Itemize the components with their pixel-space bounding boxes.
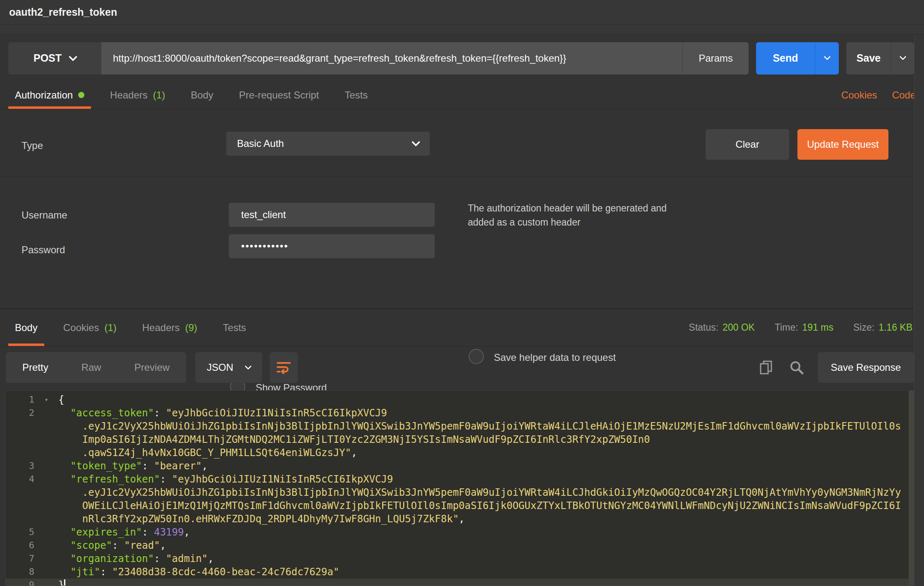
code-rows: 1▾{2 "access_token": "eyJhbGciOiJIUzI1Ni… [5, 393, 914, 586]
time-value: 191 ms [802, 322, 833, 333]
code-line: 1▾{ [5, 393, 914, 406]
method-label: POST [34, 52, 62, 64]
divider [0, 176, 924, 177]
code-line: 8 "jti": "23408d38-8cdc-4460-beac-24c76d… [5, 565, 914, 579]
auth-type-value: Basic Auth [237, 138, 284, 149]
cookies-link[interactable]: Cookies [841, 89, 877, 101]
tab-label: Body [15, 322, 38, 334]
authorization-panel: Type Basic Auth Clear Update Request Use… [0, 109, 924, 309]
tab-body[interactable]: Body [184, 81, 220, 109]
fold-arrow-icon[interactable]: ▾ [34, 393, 58, 406]
fold-gutter [34, 420, 58, 433]
fold-gutter [34, 486, 58, 499]
code-line-wrap: .eyJ1c2VyX25hbWUiOiJhZG1pbiIsInNjb3BlIjp… [5, 486, 914, 499]
response-section: BodyCookies(1)Headers(9)Tests Status:200… [0, 309, 924, 586]
tab-headers[interactable]: Headers(9) [136, 309, 204, 346]
header-strip [0, 25, 924, 35]
wrap-lines-button[interactable] [270, 352, 298, 383]
save-button[interactable]: Save [846, 42, 891, 74]
page-title: oauth2_refresh_token [9, 6, 117, 18]
code-line-wrap: nRlc3RfY2xpZW50In0.eHRWxFZDJDq_2RDPL4Dhy… [5, 512, 914, 526]
chevron-down-icon [245, 363, 252, 370]
fold-gutter [34, 459, 58, 473]
tab-body[interactable]: Body [8, 309, 44, 346]
save-response-button[interactable]: Save Response [818, 352, 914, 383]
request-tabs: AuthorizationHeaders(1)BodyPre-request S… [0, 81, 924, 109]
tab-cookies[interactable]: Cookies(1) [57, 309, 123, 346]
clear-button[interactable]: Clear [706, 129, 789, 160]
request-builder: POST http://host1:8000/oauth/token?scope… [0, 35, 924, 81]
save-options-button[interactable] [891, 42, 914, 74]
params-button[interactable]: Params [682, 42, 749, 74]
code-text: "jti": "23408d38-8cdc-4460-beac-24c76dc7… [58, 565, 339, 579]
fold-gutter [34, 446, 58, 459]
format-dropdown[interactable]: JSON [195, 352, 262, 383]
chevron-down-icon [899, 53, 906, 60]
auth-type-dropdown[interactable]: Basic Auth [226, 132, 430, 156]
tab-headers[interactable]: Headers(1) [103, 81, 172, 109]
view-mode-switch: Pretty Raw Preview [6, 352, 186, 383]
method-dropdown[interactable]: POST [8, 42, 101, 74]
line-number [5, 499, 34, 512]
code-line-wrap: OWEiLCJleHAiOjE1MzQ1MjQzMTQsImF1dGhvcml0… [5, 499, 914, 512]
tab-tests[interactable]: Tests [338, 81, 374, 109]
tab-label: Headers [110, 89, 148, 101]
fold-gutter [34, 526, 58, 539]
view-mode-pretty[interactable]: Pretty [6, 352, 65, 383]
code-line-wrap: .eyJ1c2VyX25hbWUiOiJhZG1pbiIsInNjb3BlIjp… [5, 420, 914, 433]
time-badge: Time:191 ms [775, 322, 833, 333]
search-button[interactable] [787, 358, 806, 377]
status-badge: Status:200 OK [689, 322, 755, 333]
code-line: 9} [5, 579, 914, 586]
tab-label: Tests [223, 322, 246, 334]
request-tabs-items: AuthorizationHeaders(1)BodyPre-request S… [8, 81, 387, 109]
size-value: 1.16 KB [879, 322, 912, 333]
code-text: { [58, 393, 64, 406]
line-number: 4 [5, 473, 34, 486]
fold-gutter [34, 552, 58, 565]
tab-label: Tests [345, 89, 368, 101]
tab-count-badge: (1) [153, 89, 165, 101]
code-line: 3 "token_type": "bearer", [5, 459, 914, 473]
tab-pre-request-script[interactable]: Pre-request Script [232, 81, 326, 109]
code-scrollbar[interactable] [909, 391, 914, 586]
code-text: "token_type": "bearer", [58, 459, 208, 473]
copy-button[interactable] [756, 358, 776, 377]
code-text: Imp0aSI6IjIzNDA4ZDM4LThjZGMtNDQ2MC1iZWFj… [58, 433, 650, 446]
line-number [5, 486, 34, 499]
send-button[interactable]: Send [756, 42, 815, 74]
username-field[interactable]: test_client [229, 203, 435, 227]
fold-gutter [34, 539, 58, 552]
url-bar: POST http://host1:8000/oauth/token?scope… [8, 42, 749, 74]
code-text: } [58, 579, 65, 586]
response-meta: Status:200 OK Time:191 ms Size:1.16 KB [689, 309, 916, 346]
code-text: "scope": "read", [58, 539, 166, 552]
code-link[interactable]: Code [892, 89, 916, 101]
send-options-button[interactable] [815, 42, 839, 74]
password-field[interactable]: ••••••••••• [229, 234, 435, 258]
chevron-down-icon [412, 138, 420, 146]
response-body-viewer[interactable]: 1▾{2 "access_token": "eyJhbGciOiJIUzI1Ni… [5, 390, 914, 586]
fold-gutter [34, 565, 58, 579]
line-number: 8 [5, 565, 34, 579]
tab-authorization[interactable]: Authorization [8, 81, 91, 109]
url-text: http://host1:8000/oauth/token?scope=read… [113, 53, 566, 64]
url-input[interactable]: http://host1:8000/oauth/token?scope=read… [101, 42, 682, 74]
line-number: 2 [5, 406, 34, 420]
tab-label: Cookies [63, 322, 99, 334]
view-mode-preview[interactable]: Preview [118, 352, 186, 383]
tab-tests[interactable]: Tests [216, 309, 253, 346]
fold-gutter [34, 433, 58, 446]
code-line: 4 "refresh_token": "eyJhbGciOiJIUzI1NiIs… [5, 473, 914, 486]
update-request-button[interactable]: Update Request [797, 129, 888, 160]
code-text: "refresh_token": "eyJhbGciOiJIUzI1NiIsIn… [58, 473, 393, 486]
type-label: Type [22, 140, 43, 151]
code-text: .eyJ1c2VyX25hbWUiOiJhZG1pbiIsInNjb3BlIjp… [58, 486, 901, 499]
code-text: OWEiLCJleHAiOjE1MzQ1MjQzMTQsImF1dGhvcml0… [58, 499, 901, 512]
code-text: "expires_in": 43199, [58, 526, 190, 539]
response-toolbar: Pretty Raw Preview JSON [6, 352, 914, 383]
line-number: 9 [5, 579, 34, 586]
line-number: 3 [5, 459, 34, 473]
password-value: ••••••••••• [241, 240, 288, 252]
view-mode-raw[interactable]: Raw [65, 352, 118, 383]
